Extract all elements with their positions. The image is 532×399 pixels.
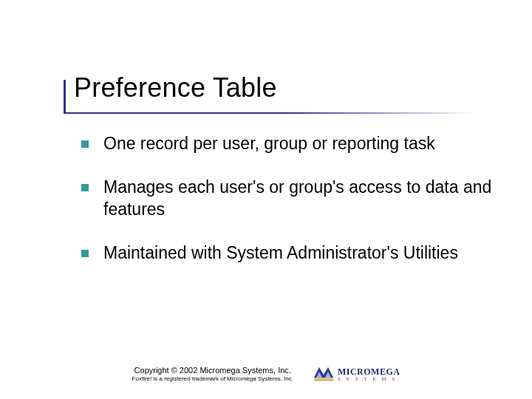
company-logo: MICROMEGA S Y S T E M S: [314, 367, 400, 382]
slide: Preference Table One record per user, gr…: [0, 0, 532, 399]
logo-company-name: MICROMEGA: [338, 367, 400, 376]
footer-text-block: Copyright © 2002 Micromega Systems, Inc.…: [132, 366, 293, 383]
logo-mark-icon: [314, 367, 333, 382]
list-item-text: Manages each user's or group's access to…: [103, 177, 495, 220]
slide-title: Preference Table: [74, 74, 495, 102]
list-item-text: One record per user, group or reporting …: [103, 133, 435, 154]
list-item-text: Maintained with System Administrator's U…: [103, 242, 458, 264]
svg-marker-0: [314, 367, 333, 378]
list-item: Maintained with System Administrator's U…: [81, 242, 495, 264]
logo-company-sub: S Y S T E M S: [338, 377, 400, 382]
trademark-line: Foxfire! is a registered trademark of Mi…: [132, 375, 293, 383]
title-underline: [64, 112, 477, 114]
square-bullet-icon: [81, 184, 89, 191]
title-area: Preference Table: [52, 74, 495, 106]
copyright-line: Copyright © 2002 Micromega Systems, Inc.: [132, 366, 293, 375]
square-bullet-icon: [81, 250, 89, 257]
slide-footer: Copyright © 2002 Micromega Systems, Inc.…: [0, 366, 532, 383]
list-item: Manages each user's or group's access to…: [81, 177, 495, 220]
square-bullet-icon: [81, 140, 89, 148]
slide-body: One record per user, group or reporting …: [81, 133, 495, 287]
logo-text: MICROMEGA S Y S T E M S: [338, 367, 400, 382]
list-item: One record per user, group or reporting …: [81, 133, 495, 154]
svg-rect-3: [314, 378, 333, 381]
